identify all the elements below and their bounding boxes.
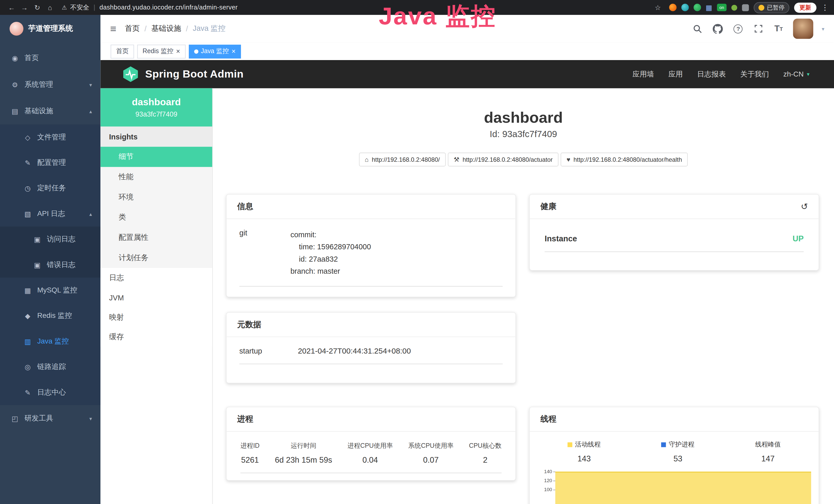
locale-selector[interactable]: zh-CN ▾ — [784, 70, 810, 78]
sba-nav-about[interactable]: 关于我们 — [740, 69, 769, 79]
sba-nav-journal[interactable]: 日志报表 — [697, 69, 726, 79]
paused-badge[interactable]: 已暂停 — [753, 2, 789, 13]
health-instance-label: Instance — [545, 234, 577, 243]
user-avatar[interactable] — [793, 19, 813, 39]
chevron-up-icon: ▴ — [89, 211, 92, 217]
home-icon: ⌂ — [365, 156, 369, 163]
sidebar-item-access-logs[interactable]: ▣ 访问日志 — [0, 226, 101, 252]
sba-menu-environment[interactable]: 环境 — [101, 187, 212, 207]
search-icon[interactable] — [692, 23, 704, 35]
info-key: git — [239, 229, 290, 278]
health-url-link[interactable]: ♥ http://192.168.0.2:48080/actuator/heal… — [561, 153, 688, 166]
sidebar-item-file-mgmt[interactable]: ◇ 文件管理 — [0, 124, 101, 150]
sba-menu-scheduled-tasks[interactable]: 计划任务 — [101, 248, 212, 268]
github-icon[interactable] — [712, 23, 724, 35]
help-icon[interactable]: ? — [732, 23, 744, 35]
threads-chart: 140 120 100 — [537, 469, 811, 504]
sidebar-item-scheduled-jobs[interactable]: ◷ 定时任务 — [0, 175, 101, 201]
browser-update-button[interactable]: 更新 — [794, 2, 816, 12]
instance-header[interactable]: dashboard 93a3fc7f7409 — [101, 88, 212, 127]
browser-home-icon[interactable]: ⌂ — [44, 3, 57, 11]
sba-menu-section-insights[interactable]: Insights — [101, 127, 212, 147]
edit-icon: ✎ — [23, 159, 32, 167]
sba-menu-details[interactable]: 细节 — [101, 147, 212, 167]
extension-icon[interactable] — [731, 5, 737, 10]
threads-chart-yaxis: 140 120 100 — [537, 469, 555, 504]
sba-main: dashboard Id: 93a3fc7f7409 ⌂ http://192.… — [213, 88, 834, 504]
close-icon[interactable]: × — [232, 48, 236, 55]
app-sidebar: 芋道管理系统 ◉ 首页 ⚙ 系统管理 ▾ ▤ 基础设施 ▴ ◇ 文件管理 ✎ — [0, 15, 101, 504]
tab-home[interactable]: 首页 — [111, 44, 134, 58]
reload-icon[interactable]: ↻ — [31, 3, 44, 11]
sidebar-item-config-mgmt[interactable]: ✎ 配置管理 — [0, 150, 101, 175]
security-label[interactable]: 不安全 — [70, 3, 89, 12]
sba-nav: 应用墙 应用 日志报表 关于我们 zh-CN ▾ — [633, 69, 810, 79]
url-text[interactable]: dashboard.yudao.iocoder.cn/infra/admin-s… — [100, 4, 238, 11]
process-card: 进程 进程ID 5261 运行时间 — [226, 407, 516, 481]
sba-menu-jvm[interactable]: JVM — [101, 288, 212, 307]
sba-menu-metrics[interactable]: 性能 — [101, 167, 212, 187]
sidebar-item-home[interactable]: ◉ 首页 — [0, 45, 101, 71]
legend-swatch-yellow — [568, 442, 572, 447]
fullscreen-icon[interactable] — [752, 23, 764, 35]
back-icon[interactable]: ← — [5, 3, 18, 11]
extension-grid-icon[interactable]: ▦ — [706, 3, 712, 11]
info-git-row: git commit: time: 1596289704000 id: 27aa… — [239, 222, 503, 287]
tab-redis-monitor[interactable]: Redis 监控 × — [137, 44, 185, 58]
sidebar-item-redis-monitor[interactable]: ◆ Redis 监控 — [0, 303, 101, 328]
extensions-puzzle-icon[interactable] — [742, 4, 749, 11]
cards-right-column: 健康 ↺ Instance UP — [529, 194, 819, 504]
sidebar-item-mysql-monitor[interactable]: ▦ MySQL 监控 — [0, 278, 101, 303]
sba-menu-classes[interactable]: 类 — [101, 207, 212, 228]
sidebar-item-dev-tools[interactable]: ◰ 研发工具 ▾ — [0, 405, 101, 432]
sba-body: dashboard 93a3fc7f7409 Insights 细节 性能 环境… — [101, 88, 834, 504]
app-logo[interactable]: 芋道管理系统 — [0, 15, 101, 43]
sba-menu-caches[interactable]: 缓存 — [101, 327, 212, 347]
sidebar-item-system[interactable]: ⚙ 系统管理 ▾ — [0, 71, 101, 98]
breadcrumb-home[interactable]: 首页 — [125, 24, 140, 33]
threads-chart-plot — [555, 469, 811, 504]
screenshot-stage: ← → ↻ ⌂ ⚠ 不安全 | dashboard.yudao.iocoder.… — [0, 0, 834, 504]
wrench-icon: ⚒ — [454, 156, 459, 163]
actuator-url-link[interactable]: ⚒ http://192.168.0.2:48080/actuator — [448, 153, 558, 166]
sidebar-item-tracing[interactable]: ◎ 链路追踪 — [0, 354, 101, 380]
sba-nav-applications[interactable]: 应用 — [668, 69, 683, 79]
dashboard-icon: ◉ — [10, 54, 19, 62]
tab-java-monitor[interactable]: Java 监控 × — [189, 44, 241, 58]
process-pid: 进程ID 5261 — [240, 441, 260, 464]
breadcrumb-section[interactable]: 基础设施 — [151, 24, 181, 33]
close-icon[interactable]: × — [176, 48, 180, 55]
health-card-header: 健康 ↺ — [530, 194, 818, 219]
browser-menu-icon[interactable]: ⋮ — [821, 3, 829, 12]
sidebar-item-java-monitor[interactable]: ▥ Java 监控 — [0, 329, 101, 354]
paused-badge-label: 已暂停 — [767, 3, 785, 11]
extension-icon[interactable] — [669, 4, 676, 11]
font-size-icon[interactable]: TT — [773, 23, 785, 35]
sba-brand[interactable]: Spring Boot Admin — [122, 66, 243, 83]
sidebar-item-log-center[interactable]: ✎ 日志中心 — [0, 380, 101, 405]
address-bar[interactable]: ⚠ 不安全 | dashboard.yudao.iocoder.cn/infra… — [62, 3, 238, 12]
health-instance-row[interactable]: Instance UP — [545, 224, 804, 252]
sidebar-item-infra[interactable]: ▤ 基础设施 ▴ — [0, 98, 101, 124]
sba-menu-config-props[interactable]: 配置属性 — [101, 228, 212, 248]
forward-icon[interactable]: → — [18, 3, 31, 11]
smiley-icon — [759, 5, 764, 10]
sidebar-item-api-logs[interactable]: ▧ API 日志 ▴ — [0, 201, 101, 226]
trace-icon: ◎ — [23, 363, 32, 371]
process-card-header: 进程 — [226, 407, 515, 432]
history-icon[interactable]: ↺ — [801, 202, 808, 211]
main-column: ≡ 首页 / 基础设施 / Java 监控 ? — [101, 15, 834, 504]
threads-legend: 活动线程 143 守护进程 — [537, 434, 811, 463]
extension-icon[interactable] — [681, 4, 688, 11]
sidebar-item-error-logs[interactable]: ▣ 错误日志 — [0, 252, 101, 278]
sba-nav-wallboard[interactable]: 应用墙 — [633, 69, 654, 79]
extension-icon[interactable] — [694, 4, 701, 11]
extension-on-badge[interactable]: on — [717, 4, 726, 11]
sba-menu-logs[interactable]: 日志 — [101, 268, 212, 288]
service-url-link[interactable]: ⌂ http://192.168.0.2:48080/ — [359, 153, 446, 166]
toolbox-icon: ◰ — [10, 414, 19, 422]
sba-menu-mappings[interactable]: 映射 — [101, 307, 212, 327]
avatar-caret-icon[interactable]: ▾ — [822, 26, 824, 31]
hamburger-icon[interactable]: ≡ — [110, 23, 116, 35]
bookmark-star-icon[interactable]: ☆ — [651, 3, 664, 11]
